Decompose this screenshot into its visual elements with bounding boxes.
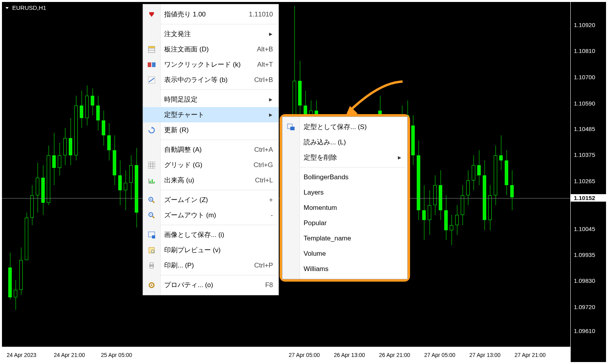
context-menu-item[interactable]: 印刷プレビュー (v) — [143, 242, 278, 258]
context-menu-item[interactable]: プロパティ... (o)F8 — [143, 277, 278, 293]
context-menu-item[interactable]: 注文発注▸ — [143, 26, 278, 42]
chart-window[interactable]: 1.109201.108101.107001.105901.104851.103… — [0, 0, 608, 364]
menu-separator — [160, 275, 277, 275]
candle — [450, 215, 453, 245]
menu-item-label: 定型として保存... (S) — [304, 122, 402, 131]
templates-submenu-item[interactable]: 読み込み... (L) — [282, 135, 407, 150]
context-menu-item[interactable]: 画像として保存... (i) — [143, 227, 278, 242]
menu-item-label: プロパティ... (o) — [164, 280, 253, 289]
context-menu-item[interactable]: 出来高 (u)Ctrl+L — [143, 173, 278, 188]
svg-line-7 — [149, 78, 154, 82]
menu-item-label: ズームイン (Z) — [164, 195, 256, 204]
menu-item-label: BollingerBands — [304, 173, 402, 181]
context-menu-item[interactable]: ズームアウト (m)- — [143, 207, 278, 223]
context-menu-item[interactable]: ワンクリックトレード (k)Alt+T — [143, 57, 278, 72]
menu-item-label: 更新 (R) — [164, 126, 273, 135]
submenu-arrow-icon: ▸ — [268, 30, 273, 38]
y-tick: 1.10045 — [574, 226, 595, 232]
chart-symbol-label[interactable]: EURUSD,H1 — [5, 4, 46, 11]
candle — [135, 148, 138, 228]
x-axis: 24 Apr 202324 Apr 21:0025 Apr 05:0027 Ap… — [2, 347, 571, 362]
candle — [455, 205, 459, 235]
grid-icon — [143, 162, 160, 169]
volume-icon — [143, 177, 160, 184]
templates-submenu-item[interactable]: BollingerBands — [282, 169, 407, 185]
y-tick: 1.10485 — [574, 126, 595, 132]
context-menu-item[interactable]: 板注文画面 (D)Alt+B — [143, 42, 278, 57]
savetpl-icon — [282, 124, 300, 131]
context-menu-item[interactable]: グリッド (G)Ctrl+G — [143, 157, 278, 173]
context-menu-item[interactable]: 印刷... (P)Ctrl+P — [143, 258, 278, 273]
candle — [102, 111, 105, 146]
templates-submenu-item[interactable]: 定型を削除▸ — [282, 150, 407, 165]
candle — [96, 96, 100, 131]
candle — [477, 150, 481, 185]
templates-submenu-item[interactable]: Momentum — [282, 200, 407, 215]
y-tick: 1.10920 — [574, 22, 595, 28]
svg-line-19 — [152, 201, 154, 203]
svg-rect-3 — [148, 46, 155, 48]
templates-submenu-item[interactable]: Williams — [282, 261, 407, 277]
candle — [433, 175, 437, 215]
menu-item-label: 時間足設定 — [164, 95, 264, 104]
menu-item-label: Layers — [304, 189, 402, 197]
context-menu-item[interactable]: ズームイン (Z)+ — [143, 192, 278, 207]
candle — [85, 86, 89, 126]
menu-separator — [160, 24, 277, 24]
svg-rect-15 — [150, 181, 151, 183]
sell-arrow-icon — [143, 11, 160, 18]
y-tick: 1.10700 — [574, 74, 595, 80]
menu-item-label: 画像として保存... (i) — [164, 230, 273, 239]
y-tick: 1.09830 — [574, 277, 595, 284]
menu-separator — [300, 167, 406, 167]
menu-item-shortcut: - — [262, 211, 273, 219]
preview-icon — [143, 247, 160, 254]
context-menu-item[interactable]: 表示中のライン等 (b)Ctrl+B — [143, 72, 278, 87]
candle — [19, 248, 23, 295]
context-menu-item[interactable]: 更新 (R) — [143, 122, 278, 138]
templates-submenu-item[interactable]: Volume — [282, 246, 407, 261]
menu-item-label: 印刷... (P) — [164, 261, 242, 270]
x-tick: 27 Apr 05:00 — [289, 352, 320, 358]
submenu-templates[interactable]: 定型として保存... (S)読み込み... (L)定型を削除▸Bollinger… — [280, 114, 410, 282]
candle — [444, 195, 448, 240]
x-tick: 25 Apr 05:00 — [101, 352, 132, 358]
templates-submenu-item[interactable]: 定型として保存... (S) — [282, 119, 407, 135]
context-menu-item[interactable]: 時間足設定▸ — [143, 92, 278, 107]
menu-separator — [160, 89, 277, 90]
candle — [74, 96, 78, 160]
menu-separator — [160, 225, 277, 225]
context-menu[interactable]: 指値売り 1.001.11010注文発注▸板注文画面 (D)Alt+Bワンクリッ… — [143, 4, 279, 295]
candle — [510, 170, 514, 210]
menu-item-shortcut: Ctrl+L — [246, 177, 273, 184]
templates-submenu-item[interactable]: Template_name — [282, 231, 407, 246]
menu-item-shortcut: Ctrl+B — [245, 76, 273, 84]
candle — [58, 143, 61, 175]
saveimg-icon — [143, 231, 160, 238]
candle — [107, 123, 111, 160]
candle — [129, 155, 133, 200]
x-tick: 27 Apr 13:00 — [469, 352, 500, 358]
candle — [298, 61, 302, 116]
context-menu-item[interactable]: 指値売り 1.001.11010 — [143, 7, 278, 22]
submenu-arrow-icon: ▸ — [268, 111, 273, 119]
menu-item-shortcut: Ctrl+A — [245, 146, 273, 154]
menu-item-label: グリッド (G) — [164, 160, 241, 169]
zoomin-icon — [143, 197, 160, 204]
menu-item-label: Template_name — [304, 235, 402, 242]
candle — [417, 140, 420, 220]
print-icon — [143, 262, 160, 269]
candle — [411, 115, 415, 165]
context-menu-item[interactable]: 自動調整 (A)Ctrl+A — [143, 142, 278, 157]
svg-line-23 — [152, 216, 154, 218]
menu-item-label: Momentum — [304, 204, 402, 212]
svg-rect-35 — [290, 127, 295, 130]
svg-rect-31 — [150, 266, 153, 268]
candle — [8, 253, 12, 300]
candle — [25, 213, 28, 230]
templates-submenu-item[interactable]: Popular — [282, 215, 407, 231]
context-menu-item[interactable]: 定型チャート▸ — [143, 107, 278, 122]
menu-item-label: 読み込み... (L) — [304, 138, 402, 147]
templates-submenu-item[interactable]: Layers — [282, 185, 407, 200]
menu-item-shortcut: 1.11010 — [240, 11, 273, 18]
